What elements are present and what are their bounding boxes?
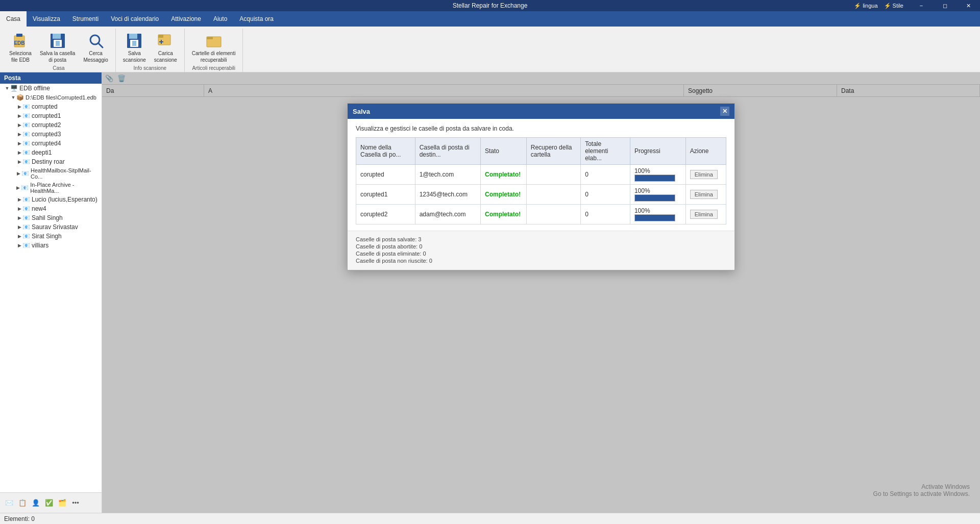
tree-item-sirat[interactable]: ▶ 📧 Sirat Singh [0, 232, 102, 241]
col-destination: Casella di posta di destin... [415, 138, 480, 165]
tree-item-new4[interactable]: ▶ 📧 new4 [0, 204, 102, 213]
sidebar-header: Posta [0, 72, 102, 84]
ribbon-btn-salva-casella[interactable]: Salva la caselladi posta [37, 31, 78, 65]
ribbon-btn-cerca[interactable]: CercaMessaggio [80, 31, 111, 65]
dialog-table-body: corupted 1@tech.com Completato! 0 100% [356, 165, 726, 224]
minimize-button[interactable]: − [910, 0, 933, 11]
ribbon-btn-salva-scansione[interactable]: Salvascansione [120, 31, 149, 65]
row3-mailbox: corupted2 [356, 205, 415, 224]
row1-progress: 100% [630, 165, 685, 185]
tree-item-corrupted[interactable]: ▶ 📧 corrupted [0, 102, 102, 111]
tree-arrow-corrupted4[interactable]: ▶ [16, 141, 22, 146]
tree-arrow-saurav[interactable]: ▶ [16, 224, 22, 230]
menu-item-aiuto[interactable]: Aiuto [207, 11, 233, 27]
tree-item-corrupted1[interactable]: ▶ 📧 corrupted1 [0, 111, 102, 120]
dialog-table-head: Nome della Casella di po... Casella di p… [356, 138, 726, 165]
tree-arrow-lucio[interactable]: ▶ [16, 197, 22, 202]
tree-item-saurav[interactable]: ▶ 📧 Saurav Srivastav [0, 222, 102, 232]
seleziona-label: Selezionafile EDB [9, 50, 32, 63]
tree-item-in-place[interactable]: ▶ 📧 In-Place Archive - HealthMa... [0, 181, 102, 195]
lingua-link[interactable]: ⚡ lingua [854, 3, 877, 9]
ribbon-group-info-label: Info scansione [134, 65, 167, 72]
tree-arrow-health[interactable]: ▶ [16, 171, 21, 176]
style-link[interactable]: ⚡ Stile [884, 3, 903, 9]
tree-label-sahil: Sahil Singh [32, 214, 63, 221]
tree-item-corrupted4[interactable]: ▶ 📧 corrupted4 [0, 139, 102, 148]
tree-arrow-deepti1[interactable]: ▶ [16, 150, 22, 155]
tree-item-villiars[interactable]: ▶ 📧 villiars [0, 241, 102, 250]
tree-item-sahil[interactable]: ▶ 📧 Sahil Singh [0, 213, 102, 222]
more-icon[interactable]: ••• [70, 498, 81, 508]
calendar-icon[interactable]: 📋 [17, 498, 28, 508]
row1-mailbox: corupted [356, 165, 415, 185]
tree-arrow-corrupted3[interactable]: ▶ [16, 132, 22, 137]
menu-item-attivazione[interactable]: Attivazione [165, 11, 207, 27]
tree-item-healthmailbox[interactable]: ▶ 📧 HealthMailbox-SitplMail-Co... [0, 166, 102, 181]
tree-label-in-place: In-Place Archive - HealthMa... [30, 182, 100, 194]
menu-item-voci-calendario[interactable]: Voci di calendario [105, 11, 165, 27]
tree-arrow-sirat[interactable]: ▶ [16, 234, 22, 239]
ribbon-btn-seleziona[interactable]: EDB Selezionafile EDB [6, 31, 35, 65]
tree-item-destiny-roar[interactable]: ▶ 📧 Destiny roar [0, 157, 102, 166]
row3-status: Completato! [481, 205, 527, 224]
row1-destination: 1@tech.com [415, 165, 480, 185]
restore-button[interactable]: ◻ [933, 0, 957, 11]
dialog-close-button[interactable]: ✕ [720, 107, 729, 116]
ribbon-buttons-articoli: Cartelle di elementirecuperabili [189, 31, 239, 65]
tree-item-deepti1[interactable]: ▶ 📧 deepti1 [0, 148, 102, 157]
close-button[interactable]: ✕ [957, 0, 980, 11]
tree-arrow-corrupted1[interactable]: ▶ [16, 113, 22, 118]
dialog-title: Salva [353, 108, 370, 115]
row2-status-badge: Completato! [485, 191, 521, 198]
mail-icon[interactable]: ✉️ [4, 498, 14, 508]
row2-status: Completato! [481, 185, 527, 205]
title-bar-controls: − ◻ ✕ [910, 0, 980, 11]
tree-item-corrupted1-edb[interactable]: ▼ 📦 D:\EDB files\Corrupted1.edb [0, 93, 102, 102]
title-bar: Stellar Repair for Exchange ⚡ lingua ⚡ S… [0, 0, 980, 11]
carica-scansione-label: Caricascansione [154, 50, 177, 63]
row2-elimina-button[interactable]: Elimina [690, 190, 718, 199]
row2-progress: 100% [630, 185, 685, 205]
dialog-overlay: Salva ✕ Visualizza e gestisci le caselle… [102, 72, 980, 513]
menu-bar: Casa Visualizza Strumenti Voci di calend… [0, 11, 980, 27]
status-bar: Elementi: 0 [0, 513, 980, 524]
tasks-icon[interactable]: ✅ [44, 498, 54, 508]
tree-arrow-villiars[interactable]: ▶ [16, 243, 22, 248]
tree-arrow-new4[interactable]: ▶ [16, 206, 22, 211]
menu-item-strumenti[interactable]: Strumenti [66, 11, 105, 27]
row1-elimina-button[interactable]: Elimina [690, 170, 718, 179]
tree-item-edb-offline[interactable]: ▼ 🖥️ EDB offline [0, 84, 102, 93]
row3-elimina-button[interactable]: Elimina [690, 210, 718, 219]
menu-item-acquista[interactable]: Acquista ora [233, 11, 280, 27]
tree-label-saurav: Saurav Srivastav [32, 223, 78, 231]
menu-item-casa[interactable]: Casa [0, 11, 27, 27]
tree-label-sirat: Sirat Singh [32, 233, 62, 240]
tree-arrow-edb[interactable]: ▼ [4, 86, 10, 91]
tree-arrow-inplace[interactable]: ▶ [15, 185, 21, 190]
table-row: corupted2 adam@tech.com Completato! 0 10… [356, 205, 726, 224]
sidebar: Posta ▼ 🖥️ EDB offline ▼ 📦 D:\EDB files\… [0, 72, 102, 513]
tree-arrow-corrupted2[interactable]: ▶ [16, 122, 22, 128]
ribbon-btn-cartelle[interactable]: Cartelle di elementirecuperabili [189, 31, 239, 65]
contacts-icon[interactable]: 👤 [31, 498, 41, 508]
tree-item-corrupted2[interactable]: ▶ 📧 corrupted2 [0, 120, 102, 130]
row1-progress-fill [635, 175, 675, 181]
tree-item-corrupted3[interactable]: ▶ 📧 corrupted3 [0, 130, 102, 139]
tree-arrow-edb-file[interactable]: ▼ [10, 95, 16, 100]
menu-item-visualizza[interactable]: Visualizza [27, 11, 66, 27]
tree-item-lucio[interactable]: ▶ 📧 Lucio (lucius,Esperanto) [0, 195, 102, 204]
ribbon-btn-carica-scansione[interactable]: Caricascansione [151, 31, 180, 65]
ribbon-group-articoli: Cartelle di elementirecuperabili Articol… [185, 29, 243, 72]
folders-icon[interactable]: 🗂️ [57, 498, 67, 508]
tree-arrow-corrupted[interactable]: ▶ [16, 104, 22, 109]
row2-total: 0 [581, 185, 630, 205]
row2-progress-fill [635, 195, 675, 201]
ribbon-group-casa-label: Casa [53, 65, 64, 72]
tree-arrow-destiny[interactable]: ▶ [16, 159, 22, 164]
footer-failed: Caselle di posta non riuscite: 0 [356, 258, 726, 264]
tree-label-corrupted2: corrupted2 [32, 121, 61, 129]
tree-arrow-sahil[interactable]: ▶ [16, 215, 22, 220]
footer-deleted: Caselle di posta eliminate: 0 [356, 251, 726, 257]
cerca-label: CercaMessaggio [83, 50, 108, 63]
tree-label-edb-offline: EDB offline [19, 85, 50, 92]
